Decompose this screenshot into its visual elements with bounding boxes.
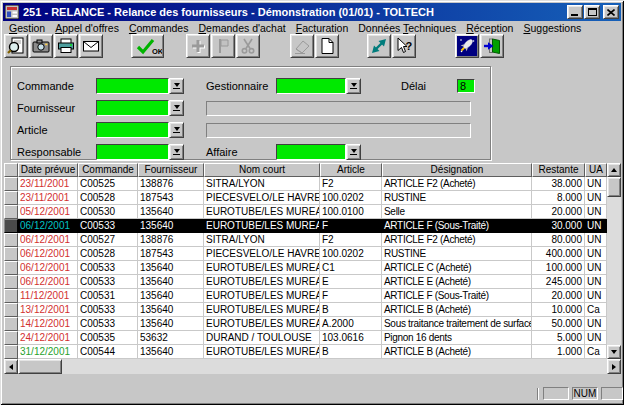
gestionnaire-dropdown-button[interactable] xyxy=(346,78,361,94)
table-row-selected[interactable]: 06/12/2001C00533135640EUROTUBE/LES MUREA… xyxy=(4,219,607,233)
cell-ua[interactable]: UN xyxy=(585,205,607,219)
table-row[interactable]: 23/11/2001C00525138876SITRA/LYONF2ARTICL… xyxy=(4,177,607,191)
cell-commande[interactable]: C00531 xyxy=(78,289,138,303)
cell-date[interactable]: 31/12/2001 xyxy=(18,345,78,359)
cell-article[interactable]: 100.0100 xyxy=(320,205,382,219)
vertical-scroll-thumb[interactable] xyxy=(607,177,621,197)
row-selector[interactable] xyxy=(4,233,18,247)
cell-designation[interactable]: RUSTINE xyxy=(382,247,532,261)
cell-article[interactable]: B xyxy=(320,303,382,317)
cell-nom_court[interactable]: EUROTUBE/LES MUREAUX xyxy=(204,275,320,289)
cell-restante[interactable]: 100.000 xyxy=(532,261,585,275)
table-row[interactable]: 05/12/2001C00530135640EUROTUBE/LES MUREA… xyxy=(4,205,607,219)
table-row[interactable]: 11/12/2001C00531135640EUROTUBE/LES MUREA… xyxy=(4,289,607,303)
cell-ua[interactable]: UN xyxy=(585,289,607,303)
cell-commande[interactable]: C00544 xyxy=(78,345,138,359)
cell-nom_court[interactable]: EUROTUBE/LES MUREAUX xyxy=(204,317,320,331)
cell-ua[interactable]: Ca xyxy=(585,345,607,359)
cell-commande[interactable]: C00525 xyxy=(78,177,138,191)
cell-fournisseur[interactable]: 138876 xyxy=(138,233,204,247)
cell-restante[interactable]: 20.000 xyxy=(532,205,585,219)
table-row[interactable]: 06/12/2001C00528187543PIECESVELO/LE HAVR… xyxy=(4,247,607,261)
cell-designation[interactable]: ARTICLE B (Acheté) xyxy=(382,345,532,359)
cell-article[interactable]: A.2000 xyxy=(320,317,382,331)
cell-ua[interactable]: UN xyxy=(585,219,607,233)
validate-ok-button[interactable]: OK xyxy=(131,34,164,58)
cell-ua[interactable]: UN xyxy=(585,247,607,261)
table-row[interactable]: 06/12/2001C00533135640EUROTUBE/LES MUREA… xyxy=(4,261,607,275)
cell-date[interactable]: 24/12/2001 xyxy=(18,331,78,345)
affaire-dropdown-button[interactable] xyxy=(346,144,361,160)
cell-article[interactable]: F2 xyxy=(320,177,382,191)
cell-fournisseur[interactable]: 135640 xyxy=(138,345,204,359)
cell-nom_court[interactable]: EUROTUBE/LES MUREAUX xyxy=(204,219,320,233)
exit-button[interactable] xyxy=(480,34,504,58)
print-button[interactable] xyxy=(54,34,78,58)
minimize-button[interactable] xyxy=(567,5,583,19)
cell-article[interactable]: 100.0202 xyxy=(320,247,382,261)
cell-restante[interactable]: 38.000 xyxy=(532,177,585,191)
cell-fournisseur[interactable]: 53632 xyxy=(138,331,204,345)
cell-nom_court[interactable]: EUROTUBE/LES MUREAUX xyxy=(204,303,320,317)
cell-restante[interactable]: 20.000 xyxy=(532,289,585,303)
cell-designation[interactable]: ARTICLE F2 (Acheté) xyxy=(382,233,532,247)
row-selector[interactable] xyxy=(4,289,18,303)
cell-designation[interactable]: ARTICLE C (Acheté) xyxy=(382,261,532,275)
row-selector[interactable] xyxy=(4,247,18,261)
table-row[interactable]: 31/12/2001C00544135640EUROTUBE/LES MUREA… xyxy=(4,345,607,359)
cell-ua[interactable]: UN xyxy=(585,261,607,275)
graph-button[interactable] xyxy=(367,34,391,58)
camera-button[interactable] xyxy=(29,34,53,58)
cell-designation[interactable]: ARTICLE B (Acheté) xyxy=(382,303,532,317)
cell-date[interactable]: 06/12/2001 xyxy=(18,247,78,261)
table-row[interactable]: 14/12/2001C00533135640EUROTUBE/LES MUREA… xyxy=(4,317,607,331)
cell-ua[interactable]: UN xyxy=(585,191,607,205)
cell-ua[interactable]: UN xyxy=(585,317,607,331)
cell-ua[interactable]: UN xyxy=(585,275,607,289)
cell-fournisseur[interactable]: 187543 xyxy=(138,191,204,205)
row-selector[interactable] xyxy=(4,191,18,205)
cell-designation[interactable]: ARTICLE F (Sous-Traité) xyxy=(382,219,532,233)
cell-article[interactable]: F xyxy=(320,219,382,233)
cell-commande[interactable]: C00527 xyxy=(78,233,138,247)
commande-input[interactable] xyxy=(96,78,169,94)
commande-dropdown-button[interactable] xyxy=(169,78,184,94)
cell-fournisseur[interactable]: 135640 xyxy=(138,317,204,331)
cell-article[interactable]: C1 xyxy=(320,261,382,275)
cell-article[interactable]: F xyxy=(320,289,382,303)
fournisseur-dropdown-button[interactable] xyxy=(169,100,184,116)
row-selector[interactable] xyxy=(4,275,18,289)
delai-input[interactable] xyxy=(457,79,475,93)
cell-commande[interactable]: C00533 xyxy=(78,275,138,289)
cell-designation[interactable]: ARTICLE E (Acheté) xyxy=(382,275,532,289)
preview-button[interactable] xyxy=(4,34,28,58)
cell-nom_court[interactable]: EUROTUBE/LES MUREAUX xyxy=(204,345,320,359)
scroll-left-button[interactable] xyxy=(4,359,18,374)
article-input[interactable] xyxy=(96,122,169,138)
cell-designation[interactable]: Selle xyxy=(382,205,532,219)
table-row[interactable]: 24/12/2001C0053553632DURAND / TOULOUSE10… xyxy=(4,331,607,345)
cell-article[interactable]: B xyxy=(320,345,382,359)
row-selector[interactable] xyxy=(4,303,18,317)
cell-restante[interactable]: 5.000 xyxy=(532,331,585,345)
cell-date[interactable]: 14/12/2001 xyxy=(18,317,78,331)
table-row[interactable]: 13/12/2001C00533135640EUROTUBE/LES MUREA… xyxy=(4,303,607,317)
responsable-input[interactable] xyxy=(96,144,169,160)
cell-nom_court[interactable]: EUROTUBE/LES MUREAUX xyxy=(204,205,320,219)
cell-fournisseur[interactable]: 135640 xyxy=(138,261,204,275)
cell-nom_court[interactable]: PIECESVELO/LE HAVRE xyxy=(204,247,320,261)
cell-fournisseur[interactable]: 135640 xyxy=(138,219,204,233)
close-button[interactable] xyxy=(603,5,619,19)
cell-commande[interactable]: C00528 xyxy=(78,191,138,205)
new-page-button[interactable] xyxy=(315,34,339,58)
cell-restante[interactable]: 10.000 xyxy=(532,303,585,317)
cell-commande[interactable]: C00530 xyxy=(78,205,138,219)
row-selector[interactable] xyxy=(4,331,18,345)
cell-designation[interactable]: Pignon 16 dents xyxy=(382,331,532,345)
horizontal-scrollbar[interactable] xyxy=(4,359,621,374)
table-row[interactable]: 06/12/2001C00533135640EUROTUBE/LES MUREA… xyxy=(4,275,607,289)
cell-designation[interactable]: RUSTINE xyxy=(382,191,532,205)
cell-fournisseur[interactable]: 187543 xyxy=(138,247,204,261)
row-selector[interactable] xyxy=(4,345,18,359)
cell-nom_court[interactable]: EUROTUBE/LES MUREAUX xyxy=(204,289,320,303)
